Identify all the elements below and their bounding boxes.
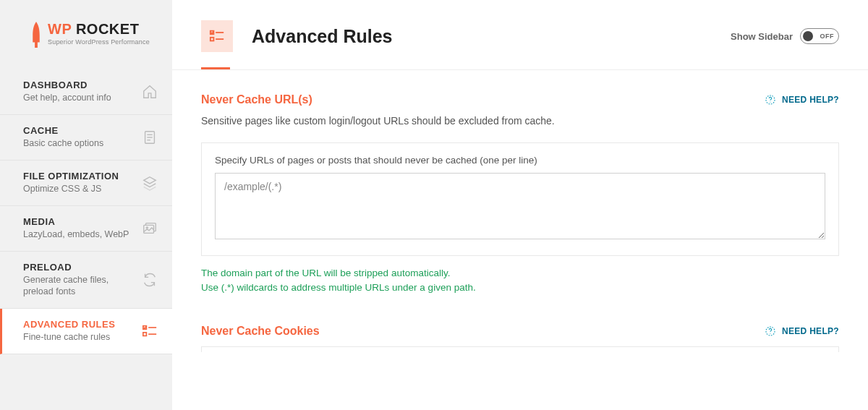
logo-subtitle: Superior WordPress Performance (48, 38, 150, 46)
section-desc: Sensitive pages like custom login/logout… (201, 115, 839, 127)
svg-rect-5 (144, 225, 154, 233)
sidebar-item-title: ADVANCED RULES (23, 319, 136, 330)
toggle-knob (803, 31, 813, 41)
show-sidebar-toggle[interactable]: OFF (800, 28, 839, 44)
toggle-state: OFF (820, 33, 835, 40)
sidebar-item-title: CACHE (23, 125, 136, 136)
sidebar-item-preload[interactable]: PRELOAD Generate cache files, preload fo… (0, 252, 172, 309)
home-icon (142, 84, 158, 100)
page-title: Advanced Rules (252, 26, 731, 47)
list-check-icon (142, 323, 158, 339)
need-help-link[interactable]: NEED HELP? (765, 94, 839, 106)
layers-icon (142, 175, 158, 191)
field-never-cache-cookies (201, 346, 839, 352)
sidebar-item-desc: Basic cache options (23, 137, 136, 150)
sidebar-item-file-optimization[interactable]: FILE OPTIMIZATION Optimize CSS & JS (0, 161, 172, 206)
sidebar-item-desc: Generate cache files, preload fonts (23, 274, 136, 299)
section-title: Never Cache Cookies (201, 325, 320, 338)
sidebar-item-cache[interactable]: CACHE Basic cache options (0, 115, 172, 161)
file-icon (142, 129, 158, 145)
nav: DASHBOARD Get help, account info CACHE B… (0, 69, 172, 354)
help-icon (765, 94, 776, 106)
svg-point-16 (770, 101, 770, 102)
show-sidebar-label: Show Sidebar (731, 31, 793, 42)
field-never-cache-urls: Specify URLs of pages or posts that shou… (201, 142, 839, 256)
svg-rect-9 (143, 333, 147, 336)
sidebar-item-media[interactable]: MEDIA LazyLoad, embeds, WebP (0, 206, 172, 252)
field-label: Specify URLs of pages or posts that shou… (215, 155, 825, 166)
images-icon (142, 221, 158, 236)
list-check-icon (209, 28, 225, 44)
section-title: Never Cache URL(s) (201, 93, 312, 106)
sidebar: WP ROCKET Superior WordPress Performance… (0, 0, 172, 410)
sidebar-item-desc: Optimize CSS & JS (23, 183, 136, 195)
section-never-cache-cookies: Never Cache Cookies NEED HELP? (201, 325, 839, 352)
sidebar-item-dashboard[interactable]: DASHBOARD Get help, account info (0, 69, 172, 115)
main: Advanced Rules Show Sidebar OFF Never Ca… (172, 0, 868, 410)
need-help-link[interactable]: NEED HELP? (765, 325, 839, 337)
sidebar-item-title: DASHBOARD (23, 80, 136, 90)
never-cache-urls-input[interactable] (215, 173, 825, 239)
refresh-icon (142, 272, 158, 288)
svg-rect-13 (210, 38, 214, 41)
help-icon (765, 325, 776, 337)
logo: WP ROCKET Superior WordPress Performance (0, 22, 172, 69)
sidebar-item-title: MEDIA (23, 216, 136, 227)
sidebar-item-title: FILE OPTIMIZATION (23, 171, 136, 181)
svg-point-18 (770, 333, 770, 333)
sidebar-item-desc: LazyLoad, embeds, WebP (23, 229, 136, 241)
rocket-icon (29, 22, 43, 49)
sidebar-item-title: PRELOAD (23, 262, 136, 273)
page-icon (201, 20, 233, 52)
header: Advanced Rules Show Sidebar OFF (172, 0, 868, 67)
field-hint: The domain part of the URL will be strip… (201, 266, 839, 296)
logo-text: WP ROCKET (48, 22, 150, 36)
sidebar-item-desc: Get help, account info (23, 92, 136, 104)
sidebar-item-advanced-rules[interactable]: ADVANCED RULES Fine-tune cache rules (0, 309, 172, 354)
sidebar-item-desc: Fine-tune cache rules (23, 331, 136, 343)
content: Never Cache URL(s) NEED HELP? Sensitive … (172, 70, 868, 410)
section-never-cache-urls: Never Cache URL(s) NEED HELP? Sensitive … (201, 93, 839, 296)
